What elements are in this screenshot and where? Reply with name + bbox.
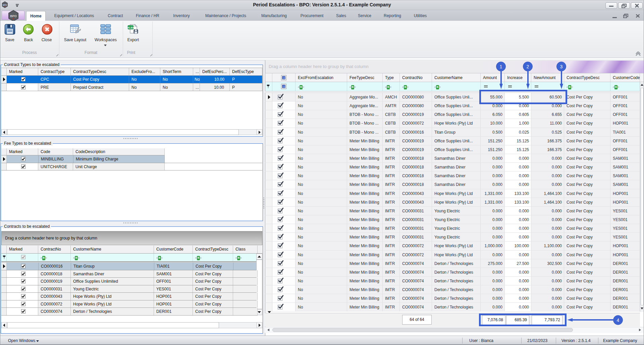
svg-text:BPO: BPO	[10, 14, 17, 18]
svg-text:XLSX: XLSX	[127, 26, 134, 29]
